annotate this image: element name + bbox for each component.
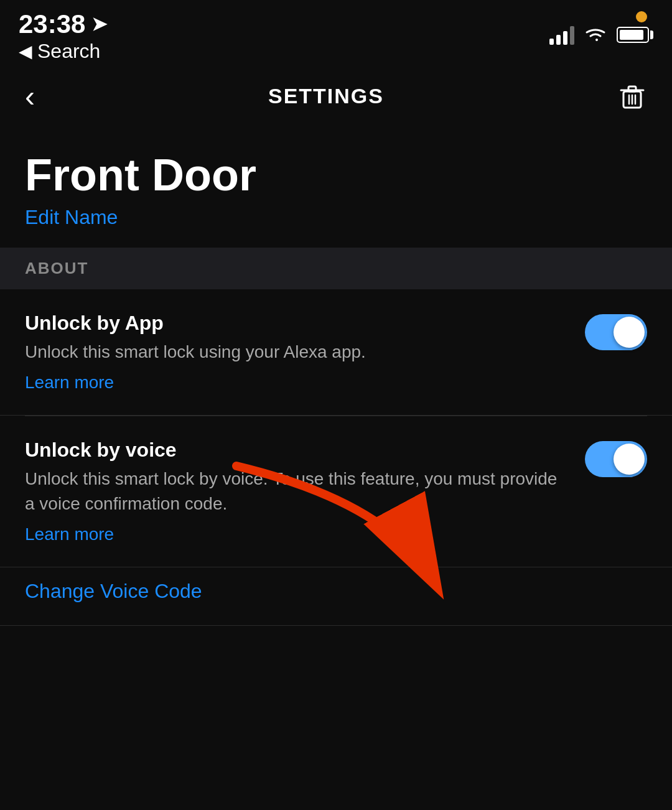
status-time: 23:38 ➤ xyxy=(19,11,107,37)
unlock-by-app-learn-more[interactable]: Learn more xyxy=(25,373,566,393)
status-search[interactable]: ◀ Search xyxy=(19,40,107,63)
unlock-by-app-item: Unlock by App Unlock this smart lock usi… xyxy=(0,289,672,416)
page-title: SETTINGS xyxy=(268,84,384,108)
trash-icon[interactable] xyxy=(617,81,647,111)
unlock-by-voice-item: Unlock by voice Unlock this smart lock b… xyxy=(0,416,672,566)
nav-bar: ‹ SETTINGS xyxy=(0,67,672,126)
unlock-by-voice-toggle-area xyxy=(585,439,647,477)
location-arrow-icon: ➤ xyxy=(91,15,107,34)
back-triangle-icon: ◀ xyxy=(19,41,32,62)
back-button[interactable]: ‹ xyxy=(25,79,35,113)
svg-rect-2 xyxy=(628,86,636,91)
battery-icon xyxy=(617,27,653,43)
status-right xyxy=(549,11,653,45)
unlock-by-app-desc: Unlock this smart lock using your Alexa … xyxy=(25,340,566,364)
status-icons xyxy=(549,25,653,45)
unlock-by-voice-desc: Unlock this smart lock by voice. To use … xyxy=(25,467,566,515)
unlock-by-voice-learn-more[interactable]: Learn more xyxy=(25,524,566,544)
time-text: 23:38 xyxy=(19,11,85,37)
unlock-by-app-toggle-area xyxy=(585,312,647,350)
edit-name-button[interactable]: Edit Name xyxy=(25,206,647,229)
about-label: ABOUT xyxy=(25,259,88,277)
change-voice-code-button[interactable]: Change Voice Code xyxy=(25,580,647,603)
unlock-by-app-toggle[interactable] xyxy=(585,314,647,350)
status-left: 23:38 ➤ ◀ Search xyxy=(19,11,107,63)
bottom-divider xyxy=(0,625,672,626)
change-voice-code-section: Change Voice Code xyxy=(0,567,672,625)
device-name: Front Door xyxy=(25,151,647,200)
signal-bars-icon xyxy=(549,25,574,45)
toggle-knob-2 xyxy=(614,444,645,475)
device-section: Front Door Edit Name xyxy=(0,126,672,248)
unlock-by-voice-title: Unlock by voice xyxy=(25,439,566,462)
settings-list: Unlock by App Unlock this smart lock usi… xyxy=(0,289,672,626)
unlock-by-voice-content: Unlock by voice Unlock this smart lock b… xyxy=(25,439,566,544)
unlock-by-app-title: Unlock by App xyxy=(25,312,566,335)
wifi-icon xyxy=(584,26,607,44)
unlock-by-app-content: Unlock by App Unlock this smart lock usi… xyxy=(25,312,566,393)
unlock-by-voice-toggle[interactable] xyxy=(585,441,647,477)
orange-dot-indicator xyxy=(636,11,647,22)
about-section-header: ABOUT xyxy=(0,248,672,289)
status-bar: 23:38 ➤ ◀ Search xyxy=(0,0,672,67)
toggle-knob xyxy=(614,317,645,348)
search-label: Search xyxy=(37,40,100,63)
